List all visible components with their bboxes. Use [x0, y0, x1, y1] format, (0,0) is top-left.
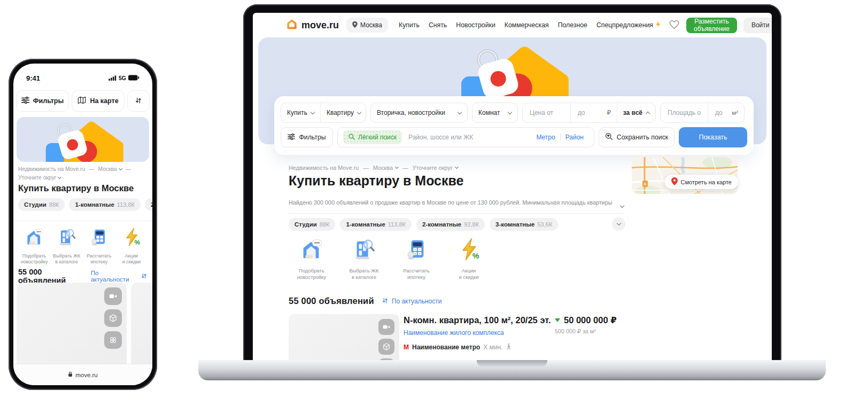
description-expand-chevron[interactable] [621, 200, 624, 209]
nav-right: Разместить объявление Войти [669, 18, 772, 33]
service-catalog[interactable]: Выбрать ЖКв каталоге [51, 227, 82, 266]
chip-studio[interactable]: Студии88К [289, 218, 335, 231]
nav-link-useful[interactable]: Полезное [558, 21, 587, 29]
phone-room-chips: Студии88К 1-комнатные113,8К 2-комнатные9… [18, 198, 152, 211]
filters-icon [288, 134, 295, 142]
object-select[interactable]: Квартиру [320, 103, 366, 122]
chip-studio[interactable]: Студии88К [18, 198, 65, 211]
calculator-icon: +−×= [404, 237, 429, 264]
chip-2room[interactable]: 2-комнатные92,8К [145, 198, 152, 211]
nav-link-newbuildings[interactable]: Новостройки [456, 21, 495, 29]
market-group: Вторичка, новостройки [370, 103, 468, 123]
svg-text:%: % [472, 252, 479, 260]
listing-title[interactable]: N-комн. квартира, 100 м², 20/25 эт. [404, 315, 551, 325]
breadcrumb-city[interactable]: Москва [98, 166, 121, 172]
breadcrumb-root[interactable]: Недвижимость на Move.ru [289, 165, 359, 171]
market-select[interactable]: Вторичка, новостройки [371, 103, 467, 122]
map-preview[interactable]: В Смотреть на карте [632, 157, 738, 194]
phone-listing-photo[interactable] [17, 283, 127, 371]
chevron-down-icon [395, 165, 399, 169]
chip-2room[interactable]: 2-комнатные92,8К [416, 218, 485, 231]
service-shortcuts: Подобратьновостройку Выбрать ЖКв каталог… [291, 237, 489, 281]
search-panel: Купить Квартиру Вторичка, новостройки Ко… [274, 96, 754, 155]
price-mode-select[interactable]: за всё [617, 103, 655, 122]
laptop-screen: move.ru Москва Купить Снять Новостройки … [253, 13, 772, 361]
cube-3d-icon[interactable] [378, 339, 394, 355]
chip-1room[interactable]: 1-комнатные113,8К [69, 198, 140, 211]
nav-link-rent[interactable]: Снять [429, 21, 447, 29]
move-logo-icon [286, 18, 298, 33]
metro-link[interactable]: Метро [531, 134, 560, 141]
divider [13, 221, 152, 221]
chips-expand-button[interactable] [612, 217, 625, 231]
service-pick-newbuilding[interactable]: Подобратьновостройку [291, 237, 332, 281]
service-mortgage-calc[interactable]: +−×= Рассчитатьипотеку [396, 237, 437, 281]
view-on-map-button[interactable]: Смотреть на карте [665, 175, 738, 189]
show-results-button[interactable]: Показать [679, 127, 747, 147]
area-unit-suffix: м² [732, 110, 738, 116]
cube-3d-icon[interactable] [104, 309, 122, 327]
deal-select[interactable]: Купить [281, 103, 320, 122]
favorites-heart-icon[interactable] [669, 19, 680, 32]
phone-url-bar[interactable]: move.ru [13, 364, 152, 385]
listing-photo[interactable] [289, 314, 399, 361]
nav-link-commercial[interactable]: Коммерческая [505, 21, 549, 29]
chip-1room[interactable]: 1-комнатные113,8К [340, 218, 411, 231]
listing-price: 50 000 000 ₽ [564, 315, 617, 325]
brand-text: move.ru [301, 20, 339, 31]
deal-object-group: Купить Квартиру [281, 103, 366, 123]
metro-name: Наименование метро [412, 343, 480, 351]
service-promotions[interactable]: % Акциии скидки [116, 227, 147, 266]
video-icon[interactable] [104, 287, 122, 305]
phone-next-listing-photo[interactable] [131, 283, 152, 371]
phone-filters-button[interactable]: Фильтры [16, 90, 69, 112]
easy-search-toggle[interactable]: Лёгкий поиск [343, 130, 402, 144]
nav-link-buy[interactable]: Купить [399, 21, 420, 29]
building-magnifier-icon [57, 227, 77, 249]
phone-on-map-button[interactable]: Метро На карте [72, 90, 125, 112]
breadcrumb-root[interactable]: Недвижимость на Move.ru [18, 166, 85, 172]
city-label: Москва [360, 21, 382, 29]
service-catalog[interactable]: Выбрать ЖКв каталоге [344, 237, 384, 281]
chip-3room[interactable]: 3-комнатные53,6К [490, 218, 558, 231]
chevron-up-icon [646, 111, 650, 115]
video-icon[interactable] [378, 319, 394, 335]
area-to-input[interactable] [714, 108, 728, 117]
price-from-input[interactable] [529, 108, 564, 117]
chevron-down-icon [455, 165, 459, 169]
house-chat-icon [299, 237, 324, 264]
breadcrumb-city[interactable]: Москва [373, 165, 398, 171]
chevron-down-icon [58, 175, 61, 178]
brand-logo[interactable]: move.ru [286, 18, 339, 33]
district-link[interactable]: Район [560, 134, 588, 141]
filters-button[interactable]: Фильтры [281, 127, 333, 147]
login-button[interactable]: Войти [743, 18, 772, 33]
lightning-percent-icon: % [456, 237, 481, 264]
building-magnifier-icon [352, 237, 376, 264]
nav-link-specials[interactable]: Спецпредложения [596, 21, 661, 29]
city-selector[interactable]: Москва [346, 18, 388, 33]
service-promotions[interactable]: % Акциии скидки [448, 237, 489, 281]
service-mortgage-calc[interactable]: Рассчитатьипотеку [83, 227, 114, 266]
phone-sort-button[interactable] [127, 90, 150, 112]
breadcrumb: Недвижимость на Move.ru — Москва — Уточн… [289, 165, 458, 171]
price-to-input[interactable] [577, 108, 603, 117]
breadcrumb-district[interactable]: Уточните округ [413, 165, 458, 171]
breadcrumb-district[interactable]: Уточните округ [18, 175, 61, 181]
rooms-select[interactable]: Комнат [472, 103, 517, 122]
post-listing-button[interactable]: Разместить объявление [686, 18, 737, 33]
room-chips: Студии88К 1-комнатные113,8К 2-комнатные9… [289, 218, 558, 231]
sort-control[interactable]: По актуальности [91, 270, 148, 283]
sort-control[interactable]: По актуальности [382, 297, 442, 306]
svg-text:%: % [135, 239, 141, 246]
save-search-button[interactable]: Сохранить поиск [599, 127, 675, 147]
price-from-cell [523, 103, 570, 122]
sort-icon [141, 272, 148, 280]
area-from-input[interactable] [666, 108, 702, 117]
battery-icon [128, 73, 140, 83]
service-pick-newbuilding[interactable]: Подобратьновостройку [19, 227, 50, 266]
laptop-base [198, 360, 826, 380]
panorama-icon[interactable] [104, 331, 122, 349]
listing-complex-link[interactable]: Наименование жилого комплекса [404, 329, 504, 337]
location-search-input[interactable] [407, 133, 526, 142]
